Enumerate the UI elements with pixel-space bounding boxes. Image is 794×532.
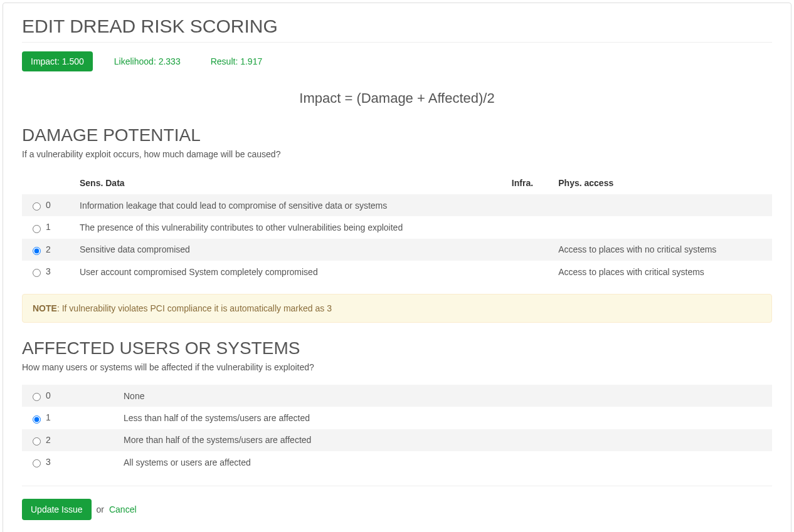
damage-table: Sens. Data Infra. Phys. access 0 Informa… — [22, 172, 772, 283]
damage-sens: Sensitive data compromised — [72, 239, 504, 261]
damage-infra — [504, 239, 551, 261]
damage-radio-0[interactable] — [33, 202, 41, 211]
damage-sens: The presence of this vulnerability contr… — [72, 216, 504, 238]
damage-desc: If a vulnerability exploit occurs, how m… — [22, 149, 772, 159]
note-label: NOTE — [33, 303, 57, 313]
damage-phys: Access to places with no critical system… — [551, 239, 772, 261]
damage-infra — [504, 194, 551, 216]
damage-radio-3[interactable] — [33, 269, 41, 277]
affected-text: All systems or users are affected — [116, 451, 772, 473]
affected-text: None — [116, 385, 772, 407]
damage-value: 3 — [46, 266, 51, 276]
damage-phys — [551, 216, 772, 238]
affected-row: 1 Less than half of the systems/users ar… — [22, 407, 772, 429]
damage-row: 0 Information leakage that could lead to… — [22, 194, 772, 216]
damage-radio-2[interactable] — [33, 247, 41, 255]
tab-impact[interactable]: Impact: 1.500 — [22, 51, 93, 71]
affected-row: 3 All systems or users are affected — [22, 451, 772, 473]
damage-sens: User account compromised System complete… — [72, 261, 504, 283]
affected-radio-2[interactable] — [33, 437, 41, 446]
affected-value: 2 — [46, 435, 51, 445]
damage-header-phys: Phys. access — [551, 172, 772, 194]
affected-table: 0 None 1 Less than half of the systems/u… — [22, 385, 772, 473]
affected-radio-1[interactable] — [33, 415, 41, 424]
damage-phys — [551, 194, 772, 216]
damage-value: 1 — [46, 222, 51, 232]
damage-sens: Information leakage that could lead to c… — [72, 194, 504, 216]
panel: Edit DREAD Risk Scoring Impact: 1.500 Li… — [3, 3, 791, 532]
page-title: Edit DREAD Risk Scoring — [22, 16, 772, 43]
affected-radio-3[interactable] — [33, 459, 41, 467]
damage-header-infra: Infra. — [504, 172, 551, 194]
cancel-link[interactable]: Cancel — [109, 504, 137, 514]
damage-note: NOTE: If vulnerability violates PCI comp… — [22, 294, 772, 323]
affected-radio-0[interactable] — [33, 393, 41, 401]
affected-value: 0 — [46, 390, 51, 400]
damage-value: 2 — [46, 244, 51, 254]
formula-text: Impact = (Damage + Affected)/2 — [22, 90, 772, 107]
damage-infra — [504, 216, 551, 238]
affected-desc: How many users or systems will be affect… — [22, 362, 772, 372]
damage-radio-1[interactable] — [33, 225, 41, 233]
damage-row: 2 Sensitive data compromised Access to p… — [22, 239, 772, 261]
affected-row: 0 None — [22, 385, 772, 407]
damage-value: 0 — [46, 200, 51, 210]
affected-text: More than half of the systems/users are … — [116, 429, 772, 451]
damage-row: 3 User account compromised System comple… — [22, 261, 772, 283]
damage-header-sens: Sens. Data — [72, 172, 504, 194]
tab-likelihood[interactable]: Likelihood: 2.333 — [105, 51, 189, 71]
affected-value: 3 — [46, 457, 51, 467]
affected-title: Affected Users or Systems — [22, 338, 772, 358]
or-text: or — [97, 504, 104, 514]
damage-infra — [504, 261, 551, 283]
note-text: : If vulnerability violates PCI complian… — [57, 303, 332, 313]
affected-text: Less than half of the systems/users are … — [116, 407, 772, 429]
update-issue-button[interactable]: Update Issue — [22, 499, 92, 520]
damage-row: 1 The presence of this vulnerability con… — [22, 216, 772, 238]
damage-title: Damage Potential — [22, 125, 772, 145]
tab-result[interactable]: Result: 1.917 — [202, 51, 272, 71]
damage-phys: Access to places with critical systems — [551, 261, 772, 283]
affected-row: 2 More than half of the systems/users ar… — [22, 429, 772, 451]
form-actions: Update Issue or Cancel — [22, 499, 772, 520]
score-tabs: Impact: 1.500 Likelihood: 2.333 Result: … — [22, 51, 772, 71]
separator — [22, 486, 772, 486]
affected-value: 1 — [46, 412, 51, 422]
